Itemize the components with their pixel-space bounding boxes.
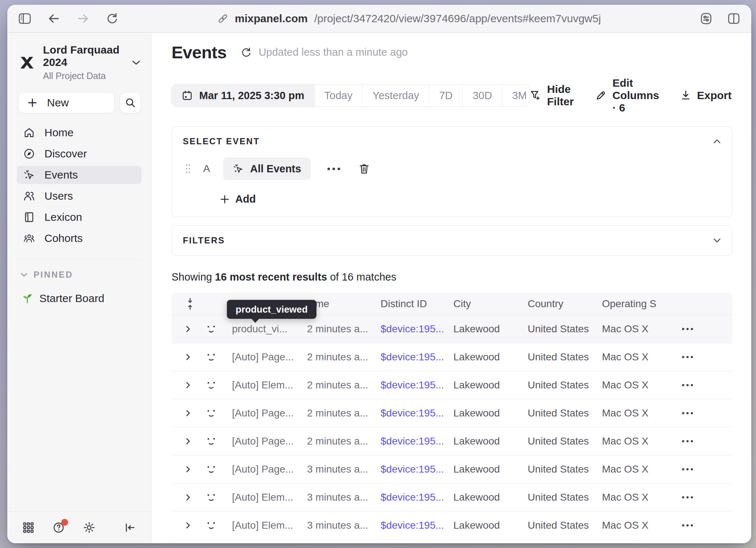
cell-distinct-id-link[interactable]: $device:195... xyxy=(381,323,453,335)
chevron-down-icon xyxy=(131,60,141,66)
sidebar-item-users[interactable]: Users xyxy=(17,187,142,205)
url-path: /project/3472420/view/3974696/app/events… xyxy=(314,12,601,25)
link-icon xyxy=(217,13,228,24)
event-avatar xyxy=(204,406,232,421)
column-city[interactable]: City xyxy=(453,298,528,310)
project-switcher[interactable]: Lord Farquaad 2024 All Project Data xyxy=(7,33,151,81)
row-more-icon[interactable] xyxy=(681,524,732,527)
notification-badge xyxy=(61,519,68,526)
cell-distinct-id-link[interactable]: $device:195... xyxy=(381,520,453,531)
url-bar[interactable]: mixpanel.com/project/3472420/view/397469… xyxy=(217,12,601,25)
table-row[interactable]: [Auto] Elem... 2 minutes a... $device:19… xyxy=(172,371,732,399)
row-expand-chevron[interactable] xyxy=(172,493,204,502)
row-more-icon[interactable] xyxy=(681,440,732,442)
sidebar-toggle-icon[interactable] xyxy=(18,12,31,25)
hide-filter-button[interactable]: Hide Filter xyxy=(529,83,574,108)
project-subtitle: All Project Data xyxy=(43,71,124,81)
pencil-icon xyxy=(595,90,607,101)
table-row[interactable]: [Auto] Page... 2 minutes a... $device:19… xyxy=(172,427,732,455)
cell-country: United States xyxy=(528,435,602,447)
sidebar-item-home[interactable]: Home xyxy=(17,124,142,142)
row-expand-chevron[interactable] xyxy=(172,381,204,390)
cell-distinct-id-link[interactable]: $device:195... xyxy=(381,379,453,391)
table-row[interactable]: [Auto] Elem... 3 minutes a... $device:19… xyxy=(172,540,732,543)
search-button[interactable] xyxy=(120,92,141,113)
cell-distinct-id-link[interactable]: $device:195... xyxy=(381,351,453,363)
help-icon[interactable] xyxy=(52,521,65,534)
cell-city: Lakewood xyxy=(453,379,528,391)
forward-button-icon[interactable] xyxy=(76,13,90,24)
row-expand-chevron[interactable] xyxy=(172,437,204,446)
cell-distinct-id-link[interactable]: $device:195... xyxy=(381,463,453,475)
column-operating-system[interactable]: Operating S xyxy=(602,298,681,310)
filter-plus-icon xyxy=(529,90,541,101)
pinned-item-starter-board[interactable]: Starter Board xyxy=(7,280,151,305)
column-distinct-id[interactable]: Distinct ID xyxy=(381,298,453,310)
sidebar-item-cohorts[interactable]: Cohorts xyxy=(17,229,142,247)
table-row[interactable]: [Auto] Elem... 3 minutes a... $device:19… xyxy=(172,484,732,512)
cell-time: 2 minutes a... xyxy=(307,407,381,419)
row-expand-chevron[interactable] xyxy=(172,465,204,474)
table-row[interactable]: [Auto] Page... 2 minutes a... $device:19… xyxy=(172,343,732,371)
pinned-section-header[interactable]: PINNED xyxy=(7,268,151,280)
new-button[interactable]: New xyxy=(18,92,115,113)
row-more-icon[interactable] xyxy=(681,468,732,470)
events-table: product_viewed Time Distinct ID City Cou… xyxy=(172,293,732,543)
range-30d[interactable]: 30D xyxy=(462,85,502,106)
sidebar-item-events[interactable]: Events xyxy=(17,166,142,184)
table-row[interactable]: [Auto] Elem... 3 minutes a... $device:19… xyxy=(172,512,732,540)
main-content: Events Updated less than a minute ago xyxy=(151,33,751,543)
cell-city: Lakewood xyxy=(453,407,528,419)
column-time[interactable]: Time xyxy=(307,298,381,310)
table-row[interactable]: [Auto] Page... 2 minutes a... $device:19… xyxy=(172,399,732,427)
cell-country: United States xyxy=(528,351,602,363)
row-more-icon[interactable] xyxy=(681,356,732,358)
date-range-selected[interactable]: Mar 11, 2025 3:30 pm xyxy=(172,85,314,106)
refresh-icon[interactable] xyxy=(240,47,252,58)
chevron-down-icon xyxy=(20,273,28,277)
cell-event-name: [Auto] Page... xyxy=(232,463,307,475)
page-settings-icon[interactable] xyxy=(700,12,713,25)
column-country[interactable]: Country xyxy=(528,298,602,310)
sidebar-item-discover[interactable]: Discover xyxy=(17,145,142,163)
collapse-sidebar-icon[interactable] xyxy=(124,522,136,533)
mixpanel-logo xyxy=(18,54,36,71)
edit-columns-button[interactable]: Edit Columns · 6 xyxy=(595,77,659,114)
row-expand-chevron[interactable] xyxy=(172,521,204,530)
events-icon xyxy=(233,163,244,174)
collapse-rows-icon[interactable] xyxy=(172,298,204,310)
reload-button-icon[interactable] xyxy=(106,12,119,25)
row-expand-chevron[interactable] xyxy=(172,325,204,333)
range-7d[interactable]: 7D xyxy=(429,85,462,106)
drag-handle-icon[interactable] xyxy=(185,163,191,174)
range-today[interactable]: Today xyxy=(314,85,362,106)
apps-grid-icon[interactable] xyxy=(23,522,34,533)
trash-icon[interactable] xyxy=(358,163,370,175)
event-more-icon[interactable] xyxy=(327,168,340,170)
chevron-up-icon[interactable] xyxy=(713,139,721,144)
split-view-icon[interactable] xyxy=(727,12,740,25)
sidebar: Lord Farquaad 2024 All Project Data New xyxy=(7,33,151,543)
chevron-down-icon[interactable] xyxy=(713,238,721,243)
back-button-icon[interactable] xyxy=(47,13,60,24)
settings-gear-icon[interactable] xyxy=(83,521,95,534)
cell-distinct-id-link[interactable]: $device:195... xyxy=(381,435,453,447)
sidebar-item-lexicon[interactable]: Lexicon xyxy=(17,208,142,226)
row-more-icon[interactable] xyxy=(681,384,732,386)
discover-icon xyxy=(23,148,35,160)
range-3m[interactable]: 3M xyxy=(502,85,529,106)
row-expand-chevron[interactable] xyxy=(172,353,204,361)
row-more-icon[interactable] xyxy=(681,412,732,414)
add-event-button[interactable]: Add xyxy=(220,193,721,205)
export-button[interactable]: Export xyxy=(680,89,732,102)
pinned-label: PINNED xyxy=(34,270,73,280)
row-more-icon[interactable] xyxy=(681,496,732,498)
row-expand-chevron[interactable] xyxy=(172,409,204,418)
cell-distinct-id-link[interactable]: $device:195... xyxy=(381,407,453,419)
cell-distinct-id-link[interactable]: $device:195... xyxy=(381,492,453,503)
row-more-icon[interactable] xyxy=(681,328,732,330)
table-row[interactable]: [Auto] Page... 3 minutes a... $device:19… xyxy=(172,455,732,484)
all-events-chip[interactable]: All Events xyxy=(223,157,311,180)
date-range-control: Mar 11, 2025 3:30 pm Today Yesterday 7D … xyxy=(172,84,529,107)
range-yesterday[interactable]: Yesterday xyxy=(362,85,429,106)
